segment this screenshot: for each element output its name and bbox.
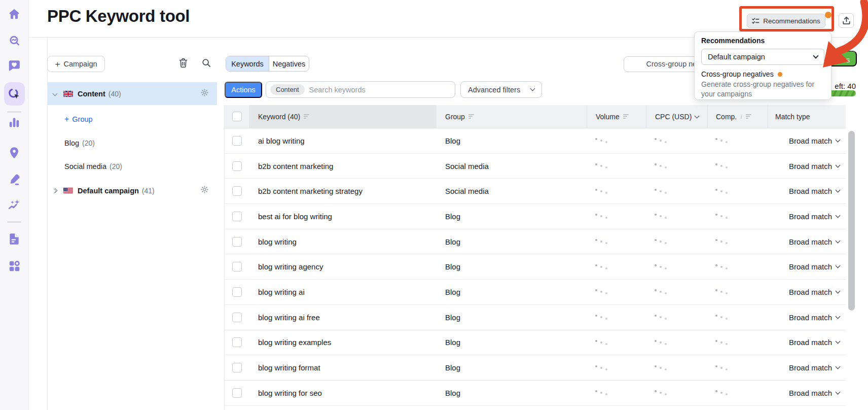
chevron-down-icon[interactable] <box>53 91 58 96</box>
row-checkbox[interactable] <box>232 262 242 271</box>
match-type-dropdown[interactable]: Broad match <box>775 212 846 221</box>
tab-negatives[interactable]: Negatives <box>269 56 309 71</box>
column-header-label: Group <box>445 113 465 121</box>
gear-icon[interactable] <box>201 186 208 195</box>
tree-item-campaign-content[interactable]: Content (40) <box>48 82 217 105</box>
column-header-label: Comp. <box>716 113 737 121</box>
row-checkbox[interactable] <box>232 388 242 398</box>
row-checkbox[interactable] <box>232 337 242 347</box>
reports-icon[interactable] <box>8 232 21 246</box>
table-row: blog writing ai free Blog Broad match <box>225 305 846 330</box>
row-checkbox[interactable] <box>232 287 242 297</box>
match-type-dropdown[interactable]: Broad match <box>775 389 846 397</box>
match-type-value: Broad match <box>789 136 832 145</box>
column-header-label: Volume <box>596 113 620 121</box>
cpc-loading-dots <box>655 316 707 318</box>
recommendations-button[interactable]: Recommendations <box>747 14 825 28</box>
advanced-filters-button[interactable]: Advanced filters <box>460 81 542 98</box>
campaign-count: (41) <box>142 187 155 195</box>
tree-item-group-blog[interactable]: Blog (20) <box>48 131 217 154</box>
cpc-loading-dots <box>655 140 707 142</box>
volume-loading-dots <box>595 316 646 318</box>
keyword-cell: b2b content marketing <box>258 162 333 170</box>
row-checkbox[interactable] <box>232 136 242 146</box>
chevron-down-icon <box>813 53 818 58</box>
group-cell: Blog <box>445 389 460 397</box>
sort-icon[interactable] <box>304 113 310 121</box>
bar-chart-icon[interactable] <box>8 116 21 129</box>
app-icon-rail <box>0 0 29 410</box>
keyword-research-icon[interactable] <box>8 34 21 47</box>
keyword-cell: blog writing examples <box>258 338 331 347</box>
ppc-tool-icon[interactable] <box>8 87 21 100</box>
match-type-value: Broad match <box>789 237 832 246</box>
location-pin-icon[interactable] <box>8 146 21 159</box>
volume-loading-dots <box>595 190 646 192</box>
apps-grid-icon[interactable] <box>8 259 21 272</box>
keyword-cell: best ai for blog writing <box>258 212 332 221</box>
match-type-dropdown[interactable]: Broad match <box>775 262 846 271</box>
column-header-match-type: Match type <box>768 105 846 128</box>
filter-chip-content[interactable]: Content <box>270 84 305 95</box>
column-header-keyword[interactable]: Keyword (40) <box>249 105 437 128</box>
keyword-cell: blog writing for seo <box>258 389 322 397</box>
match-type-dropdown[interactable]: Broad match <box>775 136 846 145</box>
cpc-loading-dots <box>655 392 707 394</box>
column-header-volume[interactable]: Volume <box>587 105 646 128</box>
table-row: blog writing format Blog Broad match <box>225 355 846 381</box>
match-type-dropdown[interactable]: Broad match <box>775 162 846 170</box>
add-campaign-button[interactable]: + Campaign <box>47 56 105 72</box>
favorites-icon[interactable] <box>8 59 21 72</box>
volume-loading-dots <box>595 165 646 167</box>
row-checkbox[interactable] <box>232 237 242 247</box>
match-type-dropdown[interactable]: Broad match <box>775 363 846 372</box>
tree-item-campaign-default[interactable]: Default campaign (41) <box>48 179 217 202</box>
cpc-loading-dots <box>655 215 707 217</box>
home-icon[interactable] <box>8 8 21 21</box>
ai-insights-icon[interactable] <box>8 198 21 212</box>
cpc-loading-dots <box>655 241 707 243</box>
row-checkbox[interactable] <box>232 313 242 322</box>
campaign-select[interactable]: Default campaign <box>701 49 824 65</box>
tree-item-group-social-media[interactable]: Social media (20) <box>48 155 217 178</box>
match-type-dropdown[interactable]: Broad match <box>775 338 846 347</box>
search-tree-icon[interactable] <box>202 58 211 70</box>
sort-icon[interactable] <box>468 113 475 121</box>
vertical-scrollbar-thumb[interactable] <box>848 131 855 311</box>
search-keywords-input[interactable]: Content Search keywords <box>266 81 455 98</box>
row-checkbox[interactable] <box>232 161 242 171</box>
tab-keywords[interactable]: Keywords <box>226 56 269 71</box>
column-header-cpc[interactable]: CPC (USD) <box>646 105 707 128</box>
match-type-dropdown[interactable]: Broad match <box>775 237 846 246</box>
row-checkbox[interactable] <box>232 363 242 372</box>
table-row: blog writing Blog Broad match <box>225 229 846 255</box>
keyword-cell: blog writing agency <box>258 262 323 271</box>
row-checkbox[interactable] <box>232 212 242 221</box>
chevron-down-icon <box>530 86 535 91</box>
recommendation-item-cross-group-negatives[interactable]: Cross-group negatives <box>701 70 824 78</box>
group-cell: Social media <box>445 162 489 170</box>
column-header-group[interactable]: Group <box>437 105 587 128</box>
match-type-dropdown[interactable]: Broad match <box>775 187 846 195</box>
delete-icon[interactable] <box>178 58 188 70</box>
sort-icon[interactable] <box>746 113 752 121</box>
chevron-down-icon[interactable] <box>695 113 700 118</box>
table-row: best ai for blog writing Blog Broad matc… <box>225 204 846 229</box>
group-cell: Blog <box>445 363 460 372</box>
gear-icon[interactable] <box>201 89 208 98</box>
match-type-value: Broad match <box>789 338 832 347</box>
sort-icon[interactable] <box>623 113 630 121</box>
match-type-dropdown[interactable]: Broad match <box>775 288 846 296</box>
flag-uk-icon <box>63 90 73 97</box>
match-type-dropdown[interactable]: Broad match <box>775 313 846 322</box>
add-group-button[interactable]: + Group <box>64 115 93 123</box>
group-count: (20) <box>110 162 122 170</box>
export-button[interactable] <box>839 13 854 28</box>
select-all-checkbox[interactable] <box>232 112 242 121</box>
actions-button[interactable]: Actions <box>225 82 262 98</box>
campaign-count: (40) <box>108 90 121 98</box>
column-header-competition[interactable]: Comp. i <box>707 105 768 128</box>
content-editor-icon[interactable] <box>8 173 21 186</box>
chevron-right-icon[interactable] <box>53 188 58 193</box>
row-checkbox[interactable] <box>232 186 242 196</box>
